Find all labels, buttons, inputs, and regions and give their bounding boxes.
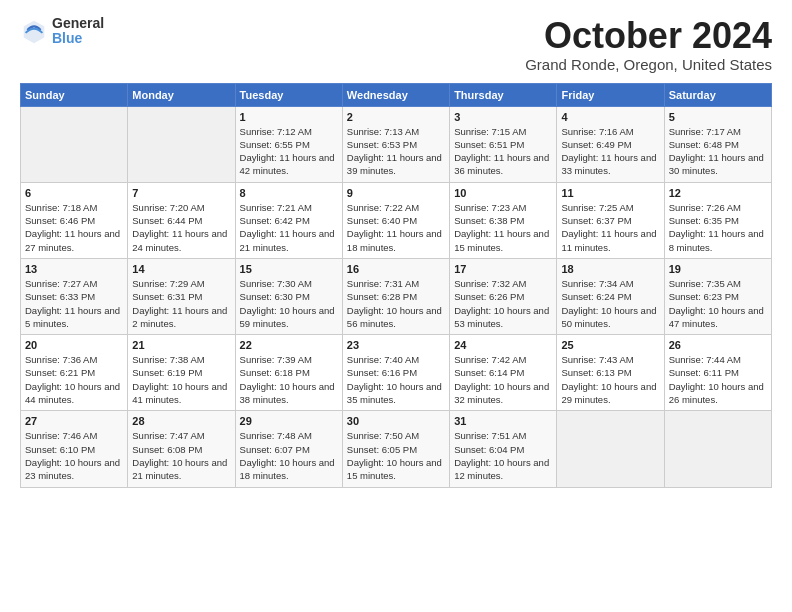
calendar-cell: 2Sunrise: 7:13 AMSunset: 6:53 PMDaylight… xyxy=(342,106,449,182)
day-info: Sunrise: 7:40 AMSunset: 6:16 PMDaylight:… xyxy=(347,353,445,406)
day-info: Sunrise: 7:38 AMSunset: 6:19 PMDaylight:… xyxy=(132,353,230,406)
day-info: Sunrise: 7:44 AMSunset: 6:11 PMDaylight:… xyxy=(669,353,767,406)
location-title: Grand Ronde, Oregon, United States xyxy=(525,56,772,73)
calendar-cell: 6Sunrise: 7:18 AMSunset: 6:46 PMDaylight… xyxy=(21,182,128,258)
calendar-cell: 9Sunrise: 7:22 AMSunset: 6:40 PMDaylight… xyxy=(342,182,449,258)
weekday-header: Thursday xyxy=(450,83,557,106)
day-info: Sunrise: 7:26 AMSunset: 6:35 PMDaylight:… xyxy=(669,201,767,254)
calendar-cell: 30Sunrise: 7:50 AMSunset: 6:05 PMDayligh… xyxy=(342,411,449,487)
day-info: Sunrise: 7:17 AMSunset: 6:48 PMDaylight:… xyxy=(669,125,767,178)
day-info: Sunrise: 7:35 AMSunset: 6:23 PMDaylight:… xyxy=(669,277,767,330)
calendar-cell: 14Sunrise: 7:29 AMSunset: 6:31 PMDayligh… xyxy=(128,258,235,334)
calendar-cell: 29Sunrise: 7:48 AMSunset: 6:07 PMDayligh… xyxy=(235,411,342,487)
day-number: 27 xyxy=(25,415,123,427)
day-info: Sunrise: 7:43 AMSunset: 6:13 PMDaylight:… xyxy=(561,353,659,406)
day-number: 11 xyxy=(561,187,659,199)
day-info: Sunrise: 7:31 AMSunset: 6:28 PMDaylight:… xyxy=(347,277,445,330)
day-info: Sunrise: 7:46 AMSunset: 6:10 PMDaylight:… xyxy=(25,429,123,482)
day-info: Sunrise: 7:21 AMSunset: 6:42 PMDaylight:… xyxy=(240,201,338,254)
logo: General Blue xyxy=(20,16,104,47)
calendar-cell: 11Sunrise: 7:25 AMSunset: 6:37 PMDayligh… xyxy=(557,182,664,258)
title-block: October 2024 Grand Ronde, Oregon, United… xyxy=(525,16,772,73)
day-number: 4 xyxy=(561,111,659,123)
calendar-cell: 13Sunrise: 7:27 AMSunset: 6:33 PMDayligh… xyxy=(21,258,128,334)
day-number: 30 xyxy=(347,415,445,427)
day-number: 17 xyxy=(454,263,552,275)
day-number: 13 xyxy=(25,263,123,275)
logo-icon xyxy=(20,17,48,45)
weekday-header: Wednesday xyxy=(342,83,449,106)
day-info: Sunrise: 7:30 AMSunset: 6:30 PMDaylight:… xyxy=(240,277,338,330)
day-info: Sunrise: 7:36 AMSunset: 6:21 PMDaylight:… xyxy=(25,353,123,406)
day-info: Sunrise: 7:32 AMSunset: 6:26 PMDaylight:… xyxy=(454,277,552,330)
day-number: 23 xyxy=(347,339,445,351)
month-title: October 2024 xyxy=(525,16,772,56)
day-number: 19 xyxy=(669,263,767,275)
weekday-header: Monday xyxy=(128,83,235,106)
day-info: Sunrise: 7:12 AMSunset: 6:55 PMDaylight:… xyxy=(240,125,338,178)
day-number: 10 xyxy=(454,187,552,199)
day-info: Sunrise: 7:34 AMSunset: 6:24 PMDaylight:… xyxy=(561,277,659,330)
day-number: 2 xyxy=(347,111,445,123)
calendar-cell: 20Sunrise: 7:36 AMSunset: 6:21 PMDayligh… xyxy=(21,335,128,411)
day-number: 16 xyxy=(347,263,445,275)
day-number: 1 xyxy=(240,111,338,123)
calendar-cell: 31Sunrise: 7:51 AMSunset: 6:04 PMDayligh… xyxy=(450,411,557,487)
day-number: 7 xyxy=(132,187,230,199)
calendar-cell xyxy=(128,106,235,182)
day-info: Sunrise: 7:18 AMSunset: 6:46 PMDaylight:… xyxy=(25,201,123,254)
day-info: Sunrise: 7:47 AMSunset: 6:08 PMDaylight:… xyxy=(132,429,230,482)
day-info: Sunrise: 7:22 AMSunset: 6:40 PMDaylight:… xyxy=(347,201,445,254)
calendar-week-row: 13Sunrise: 7:27 AMSunset: 6:33 PMDayligh… xyxy=(21,258,772,334)
calendar-week-row: 6Sunrise: 7:18 AMSunset: 6:46 PMDaylight… xyxy=(21,182,772,258)
calendar-cell: 23Sunrise: 7:40 AMSunset: 6:16 PMDayligh… xyxy=(342,335,449,411)
day-info: Sunrise: 7:42 AMSunset: 6:14 PMDaylight:… xyxy=(454,353,552,406)
day-number: 26 xyxy=(669,339,767,351)
day-number: 31 xyxy=(454,415,552,427)
logo-text: General Blue xyxy=(52,16,104,47)
calendar-week-row: 1Sunrise: 7:12 AMSunset: 6:55 PMDaylight… xyxy=(21,106,772,182)
weekday-header: Sunday xyxy=(21,83,128,106)
day-number: 20 xyxy=(25,339,123,351)
day-number: 6 xyxy=(25,187,123,199)
day-number: 29 xyxy=(240,415,338,427)
calendar-cell: 3Sunrise: 7:15 AMSunset: 6:51 PMDaylight… xyxy=(450,106,557,182)
weekday-header: Friday xyxy=(557,83,664,106)
calendar-cell: 17Sunrise: 7:32 AMSunset: 6:26 PMDayligh… xyxy=(450,258,557,334)
day-number: 9 xyxy=(347,187,445,199)
calendar-cell: 10Sunrise: 7:23 AMSunset: 6:38 PMDayligh… xyxy=(450,182,557,258)
day-number: 28 xyxy=(132,415,230,427)
calendar-cell: 5Sunrise: 7:17 AMSunset: 6:48 PMDaylight… xyxy=(664,106,771,182)
calendar-cell: 12Sunrise: 7:26 AMSunset: 6:35 PMDayligh… xyxy=(664,182,771,258)
calendar-week-row: 20Sunrise: 7:36 AMSunset: 6:21 PMDayligh… xyxy=(21,335,772,411)
calendar-cell xyxy=(557,411,664,487)
day-number: 21 xyxy=(132,339,230,351)
day-info: Sunrise: 7:51 AMSunset: 6:04 PMDaylight:… xyxy=(454,429,552,482)
calendar-cell: 22Sunrise: 7:39 AMSunset: 6:18 PMDayligh… xyxy=(235,335,342,411)
day-info: Sunrise: 7:50 AMSunset: 6:05 PMDaylight:… xyxy=(347,429,445,482)
weekday-header: Tuesday xyxy=(235,83,342,106)
day-info: Sunrise: 7:13 AMSunset: 6:53 PMDaylight:… xyxy=(347,125,445,178)
calendar-cell: 19Sunrise: 7:35 AMSunset: 6:23 PMDayligh… xyxy=(664,258,771,334)
day-info: Sunrise: 7:48 AMSunset: 6:07 PMDaylight:… xyxy=(240,429,338,482)
day-number: 18 xyxy=(561,263,659,275)
day-number: 22 xyxy=(240,339,338,351)
calendar-cell: 15Sunrise: 7:30 AMSunset: 6:30 PMDayligh… xyxy=(235,258,342,334)
calendar-cell xyxy=(21,106,128,182)
calendar-cell: 18Sunrise: 7:34 AMSunset: 6:24 PMDayligh… xyxy=(557,258,664,334)
calendar-cell: 4Sunrise: 7:16 AMSunset: 6:49 PMDaylight… xyxy=(557,106,664,182)
day-number: 3 xyxy=(454,111,552,123)
day-info: Sunrise: 7:27 AMSunset: 6:33 PMDaylight:… xyxy=(25,277,123,330)
logo-blue: Blue xyxy=(52,31,104,46)
calendar-header-row: SundayMondayTuesdayWednesdayThursdayFrid… xyxy=(21,83,772,106)
calendar-cell: 21Sunrise: 7:38 AMSunset: 6:19 PMDayligh… xyxy=(128,335,235,411)
day-number: 24 xyxy=(454,339,552,351)
calendar-table: SundayMondayTuesdayWednesdayThursdayFrid… xyxy=(20,83,772,488)
day-number: 15 xyxy=(240,263,338,275)
calendar-cell: 27Sunrise: 7:46 AMSunset: 6:10 PMDayligh… xyxy=(21,411,128,487)
day-number: 25 xyxy=(561,339,659,351)
day-info: Sunrise: 7:16 AMSunset: 6:49 PMDaylight:… xyxy=(561,125,659,178)
logo-general: General xyxy=(52,16,104,31)
day-info: Sunrise: 7:39 AMSunset: 6:18 PMDaylight:… xyxy=(240,353,338,406)
day-number: 12 xyxy=(669,187,767,199)
